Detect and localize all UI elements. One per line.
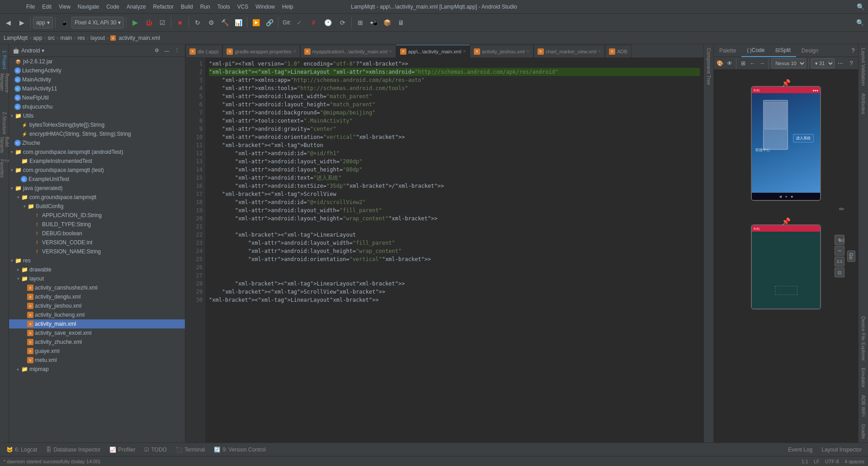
layout-designer-btn[interactable]: ⊞	[354, 16, 367, 29]
editor-tab[interactable]: Xgradle-wrapper.properties×	[222, 45, 300, 57]
tree-item[interactable]: ▾📁BuildConfig	[9, 202, 185, 211]
code-line[interactable]: "xml-attr">xmlns:tools="http://schemas.a…	[209, 84, 700, 92]
tree-item[interactable]: fVERSION_NAME:String	[9, 247, 185, 256]
structure-tab[interactable]: Z-Structure	[0, 109, 9, 137]
editor-tab[interactable]: Xactivity_jieshou.xml×	[470, 45, 533, 57]
stop-btn[interactable]: ■	[174, 16, 186, 29]
adb-wifi-tab[interactable]: ADB WiFi	[860, 391, 867, 420]
code-line[interactable]: "xml-attr">android:layout_height="80dp"	[209, 166, 700, 174]
api-select[interactable]: ▾ 31	[811, 58, 835, 68]
tab-code[interactable]: { } Code	[741, 44, 770, 57]
tree-item[interactable]: fVERSION_CODE:int	[9, 238, 185, 247]
tree-item[interactable]: Xactivity_save_excel.xml	[9, 328, 185, 338]
tree-item[interactable]: Xguaye.xml	[9, 347, 185, 356]
tab-logcat[interactable]: 🐱 6: Logcat	[2, 443, 42, 456]
device-select[interactable]: Nexus 10	[771, 58, 806, 68]
tree-item[interactable]: ⚡encryptHMAC(String, String, String):Str…	[9, 129, 185, 138]
tab-close-btn[interactable]: ×	[293, 49, 296, 54]
tab-split[interactable]: ⊟ Split	[770, 44, 796, 57]
device-file-explorer-tab[interactable]: Device File Explorer	[860, 313, 867, 364]
code-line[interactable]: "xml-attr">android:orientation="vertical…	[209, 133, 700, 141]
tab-profiler[interactable]: 📈 Profiler	[105, 443, 140, 456]
search-everywhere-btn[interactable]: 🔍	[854, 16, 866, 29]
tab-event-log[interactable]: Event Log	[783, 443, 817, 456]
tab-close-btn[interactable]: ×	[598, 49, 601, 54]
code-line[interactable]: "xml-attr">android:id="@+id/fh1"	[209, 149, 700, 157]
layout-validation-tab[interactable]: Layout Validation	[860, 44, 867, 90]
sdk-manager-btn[interactable]: 📦	[381, 16, 394, 29]
run-app-btn[interactable]: ▶️	[250, 16, 262, 29]
breadcrumb-item-6[interactable]: X activity_main.xml	[110, 35, 160, 41]
menu-navigate[interactable]: Navigate	[74, 0, 103, 14]
tree-item[interactable]: ▾📁com.groundspace.lampmqtt (test)	[9, 166, 185, 175]
tree-item[interactable]: fDEBUG:boolean	[9, 229, 185, 238]
git-clock-btn[interactable]: 🕐	[322, 16, 335, 29]
tree-item[interactable]: 📁ExampleInstrumentedTest	[9, 157, 185, 166]
zoom-fit-btn[interactable]: ⊡	[835, 267, 844, 277]
code-line[interactable]: "xml-attr">android:orientation="vertical…	[209, 255, 700, 263]
device-selector[interactable]: Pixel 4 XL API 30 ▾	[71, 17, 124, 29]
attach-btn[interactable]: 🔗	[263, 16, 276, 29]
editor-tab[interactable]: Xdle (:app)	[185, 45, 222, 57]
tree-item[interactable]: CMainActivity	[9, 75, 185, 84]
preview-toggle-btn[interactable]: ?	[848, 46, 858, 56]
code-line[interactable]: "xml-attr">android:textSize="35dp""xml-b…	[209, 182, 700, 190]
tree-item[interactable]: ▾📁com.groundspace.lampmqtt	[9, 193, 185, 202]
tree-item[interactable]: fBUILD_TYPE:String	[9, 220, 185, 229]
menu-file[interactable]: File	[23, 0, 38, 14]
tree-item[interactable]: ▸📁drawable	[9, 265, 185, 274]
tree-item[interactable]: ▸📁mipmap	[9, 365, 185, 374]
emulator-tab[interactable]: Emulator	[860, 364, 867, 391]
menu-view[interactable]: View	[55, 0, 74, 14]
code-line[interactable]: "xml-attr">android:id="@+id/scrollView2"	[209, 198, 700, 206]
tree-item[interactable]: ▾📁res	[9, 256, 185, 265]
breadcrumb-item-4[interactable]: res	[77, 35, 85, 41]
code-line[interactable]: "xml-attr">xmlns:app="http://schemas.and…	[209, 76, 700, 84]
menu-analyze[interactable]: Analyze	[123, 0, 150, 14]
search-icon[interactable]: 🔍	[857, 3, 864, 10]
code-line[interactable]: "xml-attr">android:background="@mipmap/b…	[209, 109, 700, 117]
menu-vcs[interactable]: VCS	[234, 0, 252, 14]
toolbar-target-device-icon[interactable]: 📱	[58, 16, 71, 29]
cursor-position[interactable]: 1:1	[802, 459, 808, 464]
enter-system-btn[interactable]: 进入系统	[793, 134, 814, 143]
favorites-tab[interactable]: 2: Favorites	[0, 159, 9, 182]
build-tab[interactable]: Build Variants	[0, 137, 9, 159]
project-tab[interactable]: 1: Project	[0, 46, 9, 73]
code-line[interactable]: "xml-bracket"><"xml-tag">Button	[209, 141, 700, 149]
code-line[interactable]: "xml-attr">tools:context=".MainActivity"	[209, 117, 700, 125]
eye-icon-btn[interactable]: 👁	[725, 58, 734, 68]
menu-code[interactable]: Code	[103, 0, 123, 14]
tree-item[interactable]: ⚡bytesToHexString(byte[]):String	[9, 120, 185, 129]
code-line[interactable]: "xml-bracket"><"xml-tag">LinearLayout"xm…	[209, 296, 700, 304]
device-manager-btn[interactable]: 📲	[368, 16, 380, 29]
tree-item[interactable]: CExampleUnitTest	[9, 175, 185, 184]
go-button[interactable]: Go	[847, 251, 855, 262]
code-line[interactable]: "xml-attr">android:layout_width="200dp"	[209, 157, 700, 166]
indent-size[interactable]: 4 spaces	[844, 459, 864, 464]
tree-item[interactable]: CNewFtpUtil	[9, 93, 185, 102]
tree-item[interactable]: CZhuche	[9, 138, 185, 147]
tree-item[interactable]: 📦jxl-2.6.12.jar	[9, 57, 185, 66]
tree-item[interactable]: Xactivity_zhuche.xml	[9, 338, 185, 347]
toolbar-forward-btn[interactable]: ▶	[15, 16, 28, 29]
prev-arrow-left[interactable]: ←	[748, 58, 757, 68]
profile-btn[interactable]: 📊	[232, 16, 245, 29]
run-btn[interactable]: ▶	[129, 16, 142, 29]
tab-version-control[interactable]: 🔄 9: Version Control	[209, 443, 270, 456]
git-check-btn[interactable]: ✓	[293, 16, 306, 29]
build-btn[interactable]: 🔨	[218, 16, 231, 29]
breadcrumb-item-5[interactable]: layout	[90, 35, 105, 41]
code-line[interactable]: "xml-attr">android:layout_width="fill_pa…	[209, 239, 700, 247]
tab-layout-inspector[interactable]: Layout Inspector	[817, 443, 866, 456]
tab-design[interactable]: Design	[796, 44, 824, 57]
breadcrumb-item-2[interactable]: src	[47, 35, 55, 41]
encoding[interactable]: UTF-8	[825, 459, 839, 464]
code-line[interactable]: "xml-pi"><?xml version="1.0" encoding="u…	[209, 60, 700, 68]
line-separator[interactable]: LF	[814, 459, 820, 464]
code-line[interactable]: "xml-bracket"><"xml-tag">ScrollView"xml-…	[209, 288, 700, 296]
component-tree-tab[interactable]: Component Tree	[705, 44, 712, 89]
tree-item[interactable]: Xactivity_denglu.xml	[9, 292, 185, 301]
preview-more-btn[interactable]: ⋯	[835, 58, 845, 68]
code-line[interactable]	[209, 271, 700, 280]
